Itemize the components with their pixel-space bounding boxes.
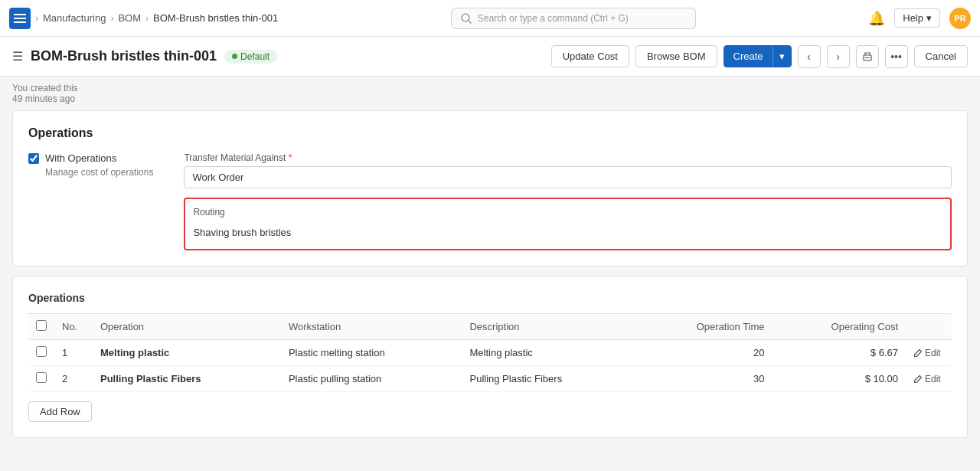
- row-workstation: Plastic pulling station: [281, 366, 462, 392]
- with-operations-label: With Operations: [45, 152, 116, 164]
- edit-button-1[interactable]: Edit: [913, 374, 944, 384]
- more-button[interactable]: •••: [885, 45, 908, 68]
- edit-button-0[interactable]: Edit: [913, 348, 944, 358]
- col-description-header: Description: [462, 314, 636, 340]
- row-op-cost: $ 10.00: [773, 366, 906, 392]
- ops-right: Transfer Material Against * Work Order R…: [184, 152, 952, 250]
- row-op-cost: $ 6.67: [773, 340, 906, 366]
- search-box[interactable]: Search or type a command (Ctrl + G): [451, 8, 696, 29]
- routing-label: Routing: [193, 207, 942, 218]
- avatar-initials: PR: [954, 14, 965, 23]
- with-operations-row: With Operations: [28, 152, 153, 164]
- row-op-time: 30: [637, 366, 773, 392]
- breadcrumb-sep-3: ›: [145, 13, 149, 24]
- operations-section-title: Operations: [28, 126, 952, 140]
- edit-icon-0: [913, 348, 923, 358]
- row-checkbox-cell: [28, 366, 54, 392]
- operations-table: No. Operation Workstation Description Op…: [28, 313, 952, 392]
- select-all-checkbox[interactable]: [36, 320, 47, 331]
- sub-header-right: Update Cost Browse BOM Create ▾ ‹ › ••• …: [551, 45, 968, 68]
- create-button-arrow[interactable]: ▾: [773, 46, 791, 67]
- transfer-material-label: Transfer Material Against *: [184, 152, 952, 163]
- col-checkbox-header: [28, 314, 54, 340]
- col-op-cost-header: Operating Cost: [773, 314, 906, 340]
- breadcrumb-current: BOM-Brush bristles thin-001: [153, 12, 278, 24]
- app-icon[interactable]: [9, 8, 31, 29]
- manage-cost-label: Manage cost of operations: [45, 167, 153, 178]
- user-info-line1: You created this: [12, 83, 968, 93]
- routing-box: Routing Shaving brush bristles: [184, 198, 952, 250]
- row-description: Pulling Plastic Fibers: [462, 366, 636, 392]
- status-dot: [232, 54, 237, 59]
- browse-bom-button[interactable]: Browse BOM: [635, 45, 717, 67]
- sub-header-left: ☰ BOM-Brush bristles thin-001 Default: [12, 48, 277, 64]
- svg-rect-2: [14, 21, 26, 23]
- user-info: You created this 49 minutes ago: [0, 77, 980, 110]
- create-button-group[interactable]: Create ▾: [724, 45, 792, 67]
- row-op-time: 20: [637, 340, 773, 366]
- col-no-header: No.: [54, 314, 93, 340]
- col-workstation-header: Workstation: [281, 314, 462, 340]
- update-cost-button[interactable]: Update Cost: [551, 45, 629, 67]
- cancel-button[interactable]: Cancel: [914, 45, 968, 67]
- hamburger-icon[interactable]: ☰: [12, 49, 23, 64]
- status-label: Default: [240, 51, 270, 62]
- print-icon: [862, 51, 873, 62]
- notification-icon[interactable]: 🔔: [868, 10, 885, 27]
- create-button-main[interactable]: Create: [724, 46, 773, 67]
- routing-value[interactable]: Shaving brush bristles: [193, 224, 942, 241]
- prev-button[interactable]: ‹: [798, 45, 821, 68]
- page-title: BOM-Brush bristles thin-001: [31, 48, 217, 64]
- row-no: 2: [54, 366, 93, 392]
- print-button[interactable]: [856, 45, 879, 68]
- col-operation-header: Operation: [93, 314, 281, 340]
- user-info-line2: 49 minutes ago: [12, 93, 968, 104]
- transfer-material-field: Transfer Material Against * Work Order: [184, 152, 952, 188]
- edit-icon-1: [913, 375, 923, 384]
- breadcrumb-manufacturing[interactable]: Manufacturing: [43, 12, 106, 24]
- row-operation: Pulling Plastic Fibers: [93, 366, 281, 392]
- with-operations-checkbox[interactable]: [28, 153, 39, 164]
- help-button[interactable]: Help ▾: [894, 8, 940, 28]
- col-actions-header: [906, 314, 952, 340]
- operations-table-body: 1 Melting plastic Plastic melting statio…: [28, 340, 952, 392]
- col-op-time-header: Operation Time: [637, 314, 773, 340]
- next-button[interactable]: ›: [827, 45, 850, 68]
- svg-rect-0: [14, 14, 26, 15]
- required-star: *: [289, 152, 292, 163]
- table-row: 2 Pulling Plastic Fibers Plastic pulling…: [28, 366, 952, 392]
- operations-table-card: Operations No. Operation Workstation Des…: [12, 276, 968, 438]
- row-workstation: Plastic melting station: [281, 340, 462, 366]
- row-edit-cell: Edit: [906, 366, 952, 392]
- sub-header: ☰ BOM-Brush bristles thin-001 Default Up…: [0, 37, 980, 77]
- search-area: Search or type a command (Ctrl + G): [278, 8, 868, 29]
- top-right-actions: 🔔 Help ▾ PR: [868, 8, 971, 29]
- search-icon: [461, 13, 472, 24]
- operations-settings-card: Operations With Operations Manage cost o…: [12, 110, 968, 267]
- add-row-button[interactable]: Add Row: [28, 401, 92, 422]
- table-header-row: No. Operation Workstation Description Op…: [28, 314, 952, 340]
- ops-left: With Operations Manage cost of operation…: [28, 152, 153, 178]
- row-checkbox-cell: [28, 340, 54, 366]
- row-checkbox-0[interactable]: [36, 346, 47, 357]
- top-navigation: › Manufacturing › BOM › BOM-Brush bristl…: [0, 0, 980, 37]
- transfer-material-value[interactable]: Work Order: [184, 166, 952, 188]
- breadcrumb-bom[interactable]: BOM: [118, 12, 141, 24]
- table-row: 1 Melting plastic Plastic melting statio…: [28, 340, 952, 366]
- breadcrumb-area: › Manufacturing › BOM › BOM-Brush bristl…: [9, 8, 278, 29]
- svg-rect-1: [14, 18, 26, 19]
- help-chevron-icon: ▾: [926, 12, 932, 24]
- ops-top: With Operations Manage cost of operation…: [28, 152, 952, 250]
- svg-rect-6: [865, 57, 870, 58]
- row-checkbox-1[interactable]: [36, 372, 47, 383]
- avatar[interactable]: PR: [949, 8, 971, 29]
- breadcrumb-sep-2: ›: [110, 13, 113, 24]
- row-operation: Melting plastic: [93, 340, 281, 366]
- search-placeholder: Search or type a command (Ctrl + G): [478, 13, 629, 24]
- row-no: 1: [54, 340, 93, 366]
- help-label: Help: [903, 12, 923, 24]
- operations-table-title: Operations: [28, 292, 952, 304]
- row-description: Melting plastic: [462, 340, 636, 366]
- main-content: You created this 49 minutes ago Operatio…: [0, 77, 980, 471]
- svg-line-4: [469, 21, 471, 23]
